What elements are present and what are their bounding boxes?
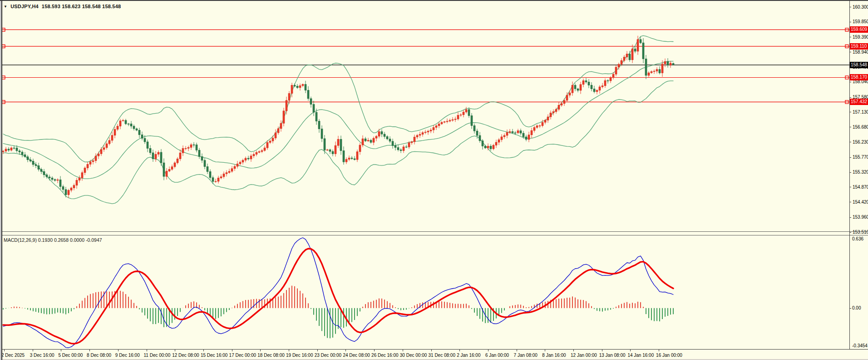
bear-candle — [24, 155, 26, 157]
bull-candle — [95, 156, 97, 160]
bear-candle — [125, 120, 127, 124]
chart-title-quotes: 158.593 158.623 158.548 158.548 — [42, 4, 121, 9]
price-line-badge: 159.110 — [850, 43, 868, 50]
time-axis-tick — [203, 349, 204, 351]
time-axis[interactable]: 2 Dec 20253 Dec 16:005 Dec 00:008 Dec 08… — [0, 349, 868, 359]
bull-candle — [264, 148, 266, 150]
bull-candle — [547, 117, 549, 120]
bull-candle — [234, 166, 236, 169]
macd-axis-label-zero: 0.00 — [852, 305, 861, 310]
bull-candle — [580, 85, 582, 90]
bear-candle — [340, 139, 342, 150]
time-axis-tick — [431, 349, 432, 351]
bull-candle — [302, 85, 304, 86]
bear-candle — [35, 165, 37, 165]
price-axis-tick — [849, 187, 851, 187]
bear-candle — [204, 160, 206, 167]
price-axis[interactable]: 160.300159.850159.390158.940158.490158.0… — [850, 1, 868, 232]
bear-candle — [321, 129, 323, 139]
bull-candle — [656, 70, 658, 71]
price-axis-tick — [849, 142, 851, 142]
bear-candle — [21, 152, 23, 155]
time-axis-label: 8 Jan 16:00 — [542, 353, 566, 358]
bear-candle — [520, 131, 522, 133]
bull-candle — [463, 112, 464, 115]
bull-candle — [449, 120, 451, 121]
bull-candle — [612, 74, 614, 77]
price-axis-tick — [849, 7, 851, 7]
bear-candle — [512, 131, 513, 133]
bull-candle — [258, 152, 260, 153]
bull-candle — [179, 153, 181, 159]
macd-axis-tick — [849, 308, 851, 309]
bear-candle — [201, 156, 203, 160]
bear-candle — [473, 125, 475, 131]
panel-separator-top[interactable] — [0, 231, 868, 232]
time-axis-label: 15 Dec 16:00 — [201, 353, 228, 358]
time-axis-tick — [232, 349, 232, 351]
bear-candle — [51, 178, 53, 180]
window-left-frame — [0, 1, 2, 360]
bull-candle — [250, 156, 252, 159]
bear-candle — [484, 146, 486, 148]
bull-candle — [166, 171, 168, 176]
bear-candle — [212, 178, 214, 181]
bull-candle — [558, 105, 560, 109]
bear-candle — [384, 134, 385, 136]
time-axis-tick — [602, 349, 602, 351]
bull-candle — [280, 123, 282, 129]
macd-indicator-label: MACD(12,26,9) 0.1930 0.2658 0.0000 -0.09… — [4, 237, 102, 243]
bear-candle — [645, 59, 647, 75]
price-axis-label: 155.770 — [853, 155, 868, 160]
bear-candle — [8, 149, 10, 150]
bull-candle — [403, 147, 404, 151]
chart-plot-canvas[interactable] — [0, 1, 868, 360]
macd-axis[interactable]: 0.636 0.00 -0.3454 — [850, 235, 868, 349]
bear-candle — [354, 159, 355, 160]
price-axis-tick — [849, 232, 851, 233]
price-axis-tick — [849, 172, 851, 173]
bear-candle — [471, 116, 473, 126]
bull-candle — [168, 170, 170, 171]
time-axis-tick — [659, 349, 659, 351]
bull-candle — [599, 87, 601, 90]
bull-candle — [108, 140, 110, 144]
macd-panel[interactable] — [3, 238, 673, 348]
bear-candle — [147, 142, 148, 148]
bear-candle — [392, 141, 394, 145]
bear-candle — [332, 151, 334, 154]
main-chart-panel[interactable] — [0, 28, 849, 204]
time-axis-tick — [61, 349, 61, 351]
time-axis-label: 16 Jan 00:00 — [656, 353, 682, 358]
bear-candle — [574, 85, 576, 89]
time-axis-tick — [459, 349, 460, 351]
time-axis-label: 7 Jan 08:00 — [514, 353, 538, 358]
bull-candle — [517, 131, 519, 133]
bull-candle — [419, 135, 421, 135]
time-axis-label: 17 Dec 00:00 — [229, 353, 256, 358]
bull-candle — [158, 152, 159, 154]
bull-candle — [509, 131, 511, 132]
bull-candle — [253, 155, 255, 156]
bear-candle — [381, 132, 383, 134]
time-axis-label: 6 Jan 00:00 — [485, 353, 509, 358]
time-axis-label: 11 Dec 00:00 — [144, 353, 171, 358]
chevron-down-icon[interactable]: ▼ — [4, 5, 7, 9]
time-axis-label: 2 Dec 2025 — [1, 353, 25, 358]
bull-candle — [111, 135, 113, 140]
bull-candle — [441, 122, 443, 124]
bull-candle — [299, 85, 301, 88]
bull-candle — [362, 139, 364, 145]
bear-candle — [316, 112, 317, 121]
bull-candle — [239, 162, 241, 164]
bear-candle — [351, 158, 353, 159]
panel-separator-bottom[interactable] — [0, 235, 868, 235]
bear-candle — [54, 180, 56, 180]
bull-candle — [414, 137, 415, 141]
price-axis-tick — [849, 82, 851, 82]
bull-candle — [223, 174, 225, 176]
bear-candle — [405, 147, 407, 147]
price-lines-layer[interactable] — [0, 28, 849, 104]
price-axis-tick — [849, 112, 851, 112]
price-axis-tick — [849, 127, 851, 127]
